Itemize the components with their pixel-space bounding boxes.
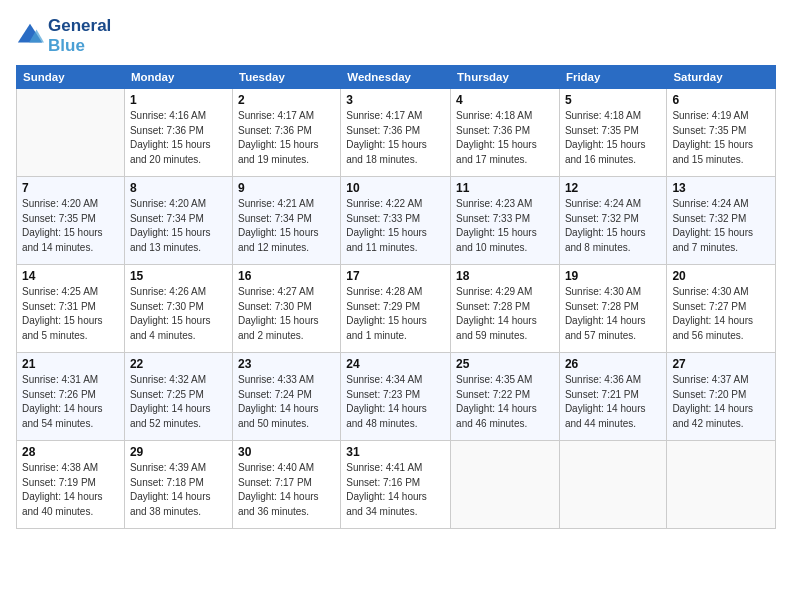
day-info: Sunrise: 4:17 AM Sunset: 7:36 PM Dayligh… bbox=[238, 109, 335, 167]
calendar-cell bbox=[451, 441, 560, 529]
calendar-cell: 18Sunrise: 4:29 AM Sunset: 7:28 PM Dayli… bbox=[451, 265, 560, 353]
day-info: Sunrise: 4:23 AM Sunset: 7:33 PM Dayligh… bbox=[456, 197, 554, 255]
week-row-1: 1Sunrise: 4:16 AM Sunset: 7:36 PM Daylig… bbox=[17, 89, 776, 177]
calendar-cell: 11Sunrise: 4:23 AM Sunset: 7:33 PM Dayli… bbox=[451, 177, 560, 265]
day-info: Sunrise: 4:37 AM Sunset: 7:20 PM Dayligh… bbox=[672, 373, 770, 431]
day-info: Sunrise: 4:17 AM Sunset: 7:36 PM Dayligh… bbox=[346, 109, 445, 167]
day-number: 23 bbox=[238, 357, 335, 371]
day-info: Sunrise: 4:33 AM Sunset: 7:24 PM Dayligh… bbox=[238, 373, 335, 431]
calendar-cell: 12Sunrise: 4:24 AM Sunset: 7:32 PM Dayli… bbox=[559, 177, 667, 265]
day-number: 3 bbox=[346, 93, 445, 107]
day-number: 14 bbox=[22, 269, 119, 283]
day-info: Sunrise: 4:21 AM Sunset: 7:34 PM Dayligh… bbox=[238, 197, 335, 255]
day-number: 21 bbox=[22, 357, 119, 371]
day-number: 7 bbox=[22, 181, 119, 195]
calendar-cell: 3Sunrise: 4:17 AM Sunset: 7:36 PM Daylig… bbox=[341, 89, 451, 177]
day-number: 30 bbox=[238, 445, 335, 459]
day-number: 9 bbox=[238, 181, 335, 195]
weekday-header-monday: Monday bbox=[124, 66, 232, 89]
week-row-2: 7Sunrise: 4:20 AM Sunset: 7:35 PM Daylig… bbox=[17, 177, 776, 265]
day-info: Sunrise: 4:16 AM Sunset: 7:36 PM Dayligh… bbox=[130, 109, 227, 167]
day-number: 8 bbox=[130, 181, 227, 195]
day-info: Sunrise: 4:18 AM Sunset: 7:36 PM Dayligh… bbox=[456, 109, 554, 167]
weekday-header-wednesday: Wednesday bbox=[341, 66, 451, 89]
calendar-cell: 2Sunrise: 4:17 AM Sunset: 7:36 PM Daylig… bbox=[232, 89, 340, 177]
weekday-header-friday: Friday bbox=[559, 66, 667, 89]
day-info: Sunrise: 4:22 AM Sunset: 7:33 PM Dayligh… bbox=[346, 197, 445, 255]
day-info: Sunrise: 4:38 AM Sunset: 7:19 PM Dayligh… bbox=[22, 461, 119, 519]
calendar-cell bbox=[667, 441, 776, 529]
week-row-3: 14Sunrise: 4:25 AM Sunset: 7:31 PM Dayli… bbox=[17, 265, 776, 353]
calendar-cell: 19Sunrise: 4:30 AM Sunset: 7:28 PM Dayli… bbox=[559, 265, 667, 353]
day-number: 27 bbox=[672, 357, 770, 371]
day-number: 15 bbox=[130, 269, 227, 283]
day-info: Sunrise: 4:34 AM Sunset: 7:23 PM Dayligh… bbox=[346, 373, 445, 431]
day-number: 22 bbox=[130, 357, 227, 371]
weekday-header-saturday: Saturday bbox=[667, 66, 776, 89]
day-info: Sunrise: 4:20 AM Sunset: 7:34 PM Dayligh… bbox=[130, 197, 227, 255]
calendar-cell: 1Sunrise: 4:16 AM Sunset: 7:36 PM Daylig… bbox=[124, 89, 232, 177]
calendar-cell: 21Sunrise: 4:31 AM Sunset: 7:26 PM Dayli… bbox=[17, 353, 125, 441]
day-info: Sunrise: 4:40 AM Sunset: 7:17 PM Dayligh… bbox=[238, 461, 335, 519]
calendar-cell: 23Sunrise: 4:33 AM Sunset: 7:24 PM Dayli… bbox=[232, 353, 340, 441]
day-info: Sunrise: 4:32 AM Sunset: 7:25 PM Dayligh… bbox=[130, 373, 227, 431]
calendar-cell: 25Sunrise: 4:35 AM Sunset: 7:22 PM Dayli… bbox=[451, 353, 560, 441]
day-number: 25 bbox=[456, 357, 554, 371]
weekday-header-thursday: Thursday bbox=[451, 66, 560, 89]
calendar-cell bbox=[559, 441, 667, 529]
weekday-header-tuesday: Tuesday bbox=[232, 66, 340, 89]
calendar-cell: 13Sunrise: 4:24 AM Sunset: 7:32 PM Dayli… bbox=[667, 177, 776, 265]
day-number: 2 bbox=[238, 93, 335, 107]
calendar-cell: 29Sunrise: 4:39 AM Sunset: 7:18 PM Dayli… bbox=[124, 441, 232, 529]
day-number: 1 bbox=[130, 93, 227, 107]
logo-text: General Blue bbox=[48, 16, 111, 55]
calendar-cell: 8Sunrise: 4:20 AM Sunset: 7:34 PM Daylig… bbox=[124, 177, 232, 265]
logo: General Blue bbox=[16, 16, 111, 55]
calendar-cell: 17Sunrise: 4:28 AM Sunset: 7:29 PM Dayli… bbox=[341, 265, 451, 353]
day-info: Sunrise: 4:24 AM Sunset: 7:32 PM Dayligh… bbox=[565, 197, 662, 255]
day-number: 16 bbox=[238, 269, 335, 283]
day-info: Sunrise: 4:26 AM Sunset: 7:30 PM Dayligh… bbox=[130, 285, 227, 343]
day-number: 18 bbox=[456, 269, 554, 283]
day-number: 6 bbox=[672, 93, 770, 107]
day-info: Sunrise: 4:25 AM Sunset: 7:31 PM Dayligh… bbox=[22, 285, 119, 343]
day-number: 20 bbox=[672, 269, 770, 283]
day-info: Sunrise: 4:18 AM Sunset: 7:35 PM Dayligh… bbox=[565, 109, 662, 167]
week-row-4: 21Sunrise: 4:31 AM Sunset: 7:26 PM Dayli… bbox=[17, 353, 776, 441]
day-number: 26 bbox=[565, 357, 662, 371]
calendar-body: 1Sunrise: 4:16 AM Sunset: 7:36 PM Daylig… bbox=[17, 89, 776, 529]
logo-icon bbox=[16, 22, 44, 50]
day-number: 5 bbox=[565, 93, 662, 107]
calendar-cell: 22Sunrise: 4:32 AM Sunset: 7:25 PM Dayli… bbox=[124, 353, 232, 441]
day-number: 12 bbox=[565, 181, 662, 195]
weekday-header-sunday: Sunday bbox=[17, 66, 125, 89]
day-info: Sunrise: 4:39 AM Sunset: 7:18 PM Dayligh… bbox=[130, 461, 227, 519]
day-info: Sunrise: 4:41 AM Sunset: 7:16 PM Dayligh… bbox=[346, 461, 445, 519]
day-number: 11 bbox=[456, 181, 554, 195]
day-number: 31 bbox=[346, 445, 445, 459]
calendar-cell: 5Sunrise: 4:18 AM Sunset: 7:35 PM Daylig… bbox=[559, 89, 667, 177]
day-number: 24 bbox=[346, 357, 445, 371]
day-number: 28 bbox=[22, 445, 119, 459]
day-info: Sunrise: 4:28 AM Sunset: 7:29 PM Dayligh… bbox=[346, 285, 445, 343]
header: General Blue bbox=[16, 16, 776, 55]
calendar-cell: 28Sunrise: 4:38 AM Sunset: 7:19 PM Dayli… bbox=[17, 441, 125, 529]
calendar-cell: 9Sunrise: 4:21 AM Sunset: 7:34 PM Daylig… bbox=[232, 177, 340, 265]
calendar-cell bbox=[17, 89, 125, 177]
day-number: 17 bbox=[346, 269, 445, 283]
calendar-cell: 4Sunrise: 4:18 AM Sunset: 7:36 PM Daylig… bbox=[451, 89, 560, 177]
calendar-cell: 6Sunrise: 4:19 AM Sunset: 7:35 PM Daylig… bbox=[667, 89, 776, 177]
day-number: 19 bbox=[565, 269, 662, 283]
calendar-table: SundayMondayTuesdayWednesdayThursdayFrid… bbox=[16, 65, 776, 529]
calendar-cell: 15Sunrise: 4:26 AM Sunset: 7:30 PM Dayli… bbox=[124, 265, 232, 353]
day-info: Sunrise: 4:29 AM Sunset: 7:28 PM Dayligh… bbox=[456, 285, 554, 343]
page: General Blue SundayMondayTuesdayWednesda… bbox=[0, 0, 792, 612]
calendar-cell: 31Sunrise: 4:41 AM Sunset: 7:16 PM Dayli… bbox=[341, 441, 451, 529]
day-info: Sunrise: 4:24 AM Sunset: 7:32 PM Dayligh… bbox=[672, 197, 770, 255]
day-number: 10 bbox=[346, 181, 445, 195]
day-info: Sunrise: 4:19 AM Sunset: 7:35 PM Dayligh… bbox=[672, 109, 770, 167]
day-number: 13 bbox=[672, 181, 770, 195]
day-info: Sunrise: 4:27 AM Sunset: 7:30 PM Dayligh… bbox=[238, 285, 335, 343]
day-info: Sunrise: 4:20 AM Sunset: 7:35 PM Dayligh… bbox=[22, 197, 119, 255]
day-info: Sunrise: 4:31 AM Sunset: 7:26 PM Dayligh… bbox=[22, 373, 119, 431]
